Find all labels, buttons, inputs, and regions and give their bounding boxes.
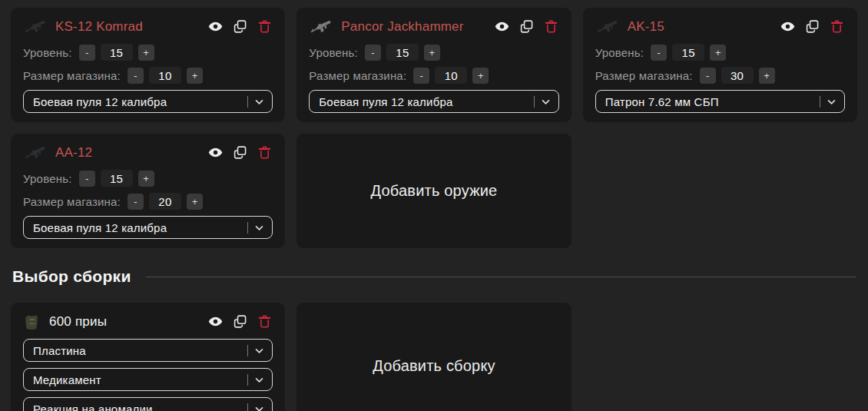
weapon-icon <box>595 18 620 36</box>
ammo-select-value: Боевая пуля 12 калибра <box>319 95 533 108</box>
eye-icon[interactable] <box>207 18 224 35</box>
weapon-card-header: AA-12 <box>23 142 273 163</box>
level-label: Уровень: <box>23 46 72 59</box>
magazine-increment-button[interactable]: + <box>759 68 775 84</box>
ammo-select[interactable]: Боевая пуля 12 калибра <box>23 90 273 113</box>
weapons-grid: KS-12 Komrad Уровень: - 15 + Размер мага… <box>11 8 857 248</box>
select-divider <box>247 345 248 356</box>
level-value: 15 <box>672 44 704 61</box>
chevron-down-icon <box>824 94 839 109</box>
level-label: Уровень: <box>309 46 358 59</box>
level-value: 15 <box>101 44 133 61</box>
chevron-down-icon <box>538 94 553 109</box>
card-actions <box>207 144 273 161</box>
medicine-select-value: Медикамент <box>33 373 247 386</box>
armor-plate-select-value: Пластина <box>33 344 247 357</box>
magazine-label: Размер магазина: <box>595 69 693 82</box>
add-weapon-button[interactable]: Добавить оружие <box>297 134 571 248</box>
copy-icon[interactable] <box>232 313 248 330</box>
weapon-card: Pancor Jackhammer Уровень: - 15 + Размер… <box>297 8 571 122</box>
magazine-decrement-button[interactable]: - <box>700 68 716 84</box>
level-label: Уровень: <box>595 46 644 59</box>
copy-icon[interactable] <box>232 144 248 161</box>
weapon-icon <box>23 18 48 36</box>
eye-icon[interactable] <box>207 144 224 161</box>
chevron-down-icon <box>252 343 267 358</box>
level-increment-button[interactable]: + <box>710 45 726 61</box>
level-decrement-button[interactable]: - <box>365 45 381 61</box>
level-increment-button[interactable]: + <box>138 171 154 187</box>
level-increment-button[interactable]: + <box>138 45 154 61</box>
build-card-header: 600 приы <box>23 311 273 332</box>
trash-icon[interactable] <box>257 144 273 161</box>
magazine-label: Размер магазина: <box>23 195 121 208</box>
level-value: 15 <box>101 170 133 187</box>
weapon-card-header: KS-12 Komrad <box>23 16 273 37</box>
select-divider <box>247 403 248 411</box>
ammo-select[interactable]: Патрон 7.62 мм СБП <box>595 90 845 113</box>
armor-plate-select[interactable]: Пластина <box>23 339 273 362</box>
level-decrement-button[interactable]: - <box>79 45 95 61</box>
select-divider <box>247 222 248 234</box>
weapon-icon <box>23 144 48 162</box>
add-build-label: Добавить сборку <box>373 357 495 375</box>
build-name: 600 приы <box>49 314 107 330</box>
card-actions <box>780 18 845 35</box>
builds-grid: 600 приы Пластина Медикамент Реакция на … <box>11 303 857 411</box>
weapon-icon <box>309 18 333 36</box>
magazine-increment-button[interactable]: + <box>187 68 203 84</box>
card-actions <box>207 313 273 330</box>
magazine-value: 30 <box>721 67 754 84</box>
chevron-down-icon <box>252 220 267 235</box>
magazine-label: Размер магазина: <box>23 69 121 82</box>
ammo-select-value: Патрон 7.62 мм СБП <box>605 95 820 108</box>
copy-icon[interactable] <box>232 18 248 35</box>
level-row: Уровень: - 15 + <box>23 170 273 187</box>
level-decrement-button[interactable]: - <box>651 45 667 61</box>
magazine-row: Размер магазина: - 30 + <box>595 67 845 84</box>
magazine-decrement-button[interactable]: - <box>413 68 429 84</box>
magazine-decrement-button[interactable]: - <box>128 68 144 84</box>
add-build-button[interactable]: Добавить сборку <box>297 303 571 411</box>
ammo-select[interactable]: Боевая пуля 12 калибра <box>309 90 558 113</box>
builds-section-header: Выбор сборки <box>12 267 856 286</box>
select-divider <box>247 96 248 108</box>
chevron-down-icon <box>252 402 267 411</box>
eye-icon[interactable] <box>207 313 224 330</box>
ammo-select-value: Боевая пуля 12 калибра <box>33 221 247 234</box>
magazine-value: 10 <box>149 67 181 84</box>
medicine-select[interactable]: Медикамент <box>23 368 273 391</box>
trash-icon[interactable] <box>829 18 845 35</box>
magazine-increment-button[interactable]: + <box>472 68 489 84</box>
card-actions <box>494 18 559 35</box>
weapon-card-header: Pancor Jackhammer <box>309 16 558 37</box>
magazine-label: Размер магазина: <box>309 69 406 82</box>
add-weapon-label: Добавить оружие <box>371 182 498 200</box>
trash-icon[interactable] <box>257 18 273 35</box>
eye-icon[interactable] <box>780 18 796 35</box>
magazine-decrement-button[interactable]: - <box>128 194 144 210</box>
trash-icon[interactable] <box>543 18 559 35</box>
magazine-row: Размер магазина: - 10 + <box>23 67 273 84</box>
copy-icon[interactable] <box>804 18 820 35</box>
section-divider <box>146 277 856 277</box>
level-increment-button[interactable]: + <box>424 45 440 61</box>
ammo-select[interactable]: Боевая пуля 12 калибра <box>23 216 273 239</box>
trash-icon[interactable] <box>257 313 273 330</box>
level-decrement-button[interactable]: - <box>79 171 95 187</box>
anomaly-reaction-select[interactable]: Реакция на аномалии <box>23 397 273 411</box>
level-row: Уровень: - 15 + <box>23 44 273 61</box>
weapon-name: AA-12 <box>55 145 92 161</box>
copy-icon[interactable] <box>518 18 535 35</box>
weapon-card: AK-15 Уровень: - 15 + Размер магазина: -… <box>583 8 857 122</box>
level-row: Уровень: - 15 + <box>309 44 558 61</box>
chevron-down-icon <box>252 373 267 387</box>
level-row: Уровень: - 15 + <box>595 44 845 61</box>
magazine-row: Размер магазина: - 20 + <box>23 193 273 210</box>
anomaly-reaction-select-value: Реакция на аномалии <box>33 403 247 411</box>
build-card: 600 приы Пластина Медикамент Реакция на … <box>11 303 285 411</box>
magazine-increment-button[interactable]: + <box>187 194 203 210</box>
weapon-card: KS-12 Komrad Уровень: - 15 + Размер мага… <box>11 8 285 122</box>
level-label: Уровень: <box>23 172 72 185</box>
eye-icon[interactable] <box>494 18 510 35</box>
